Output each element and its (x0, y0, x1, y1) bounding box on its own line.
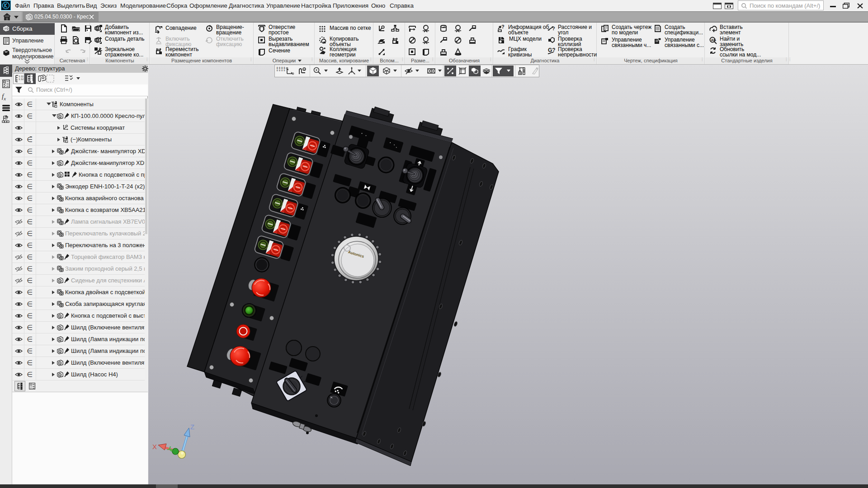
svg-text:?: ? (552, 26, 555, 31)
svg-text:Z: Z (190, 423, 194, 431)
svg-text:X: X (152, 443, 157, 450)
svg-text:1:12: 1:12 (19, 78, 24, 80)
svg-text:?: ? (501, 24, 505, 29)
svg-text:АБ: АБ (711, 38, 717, 42)
